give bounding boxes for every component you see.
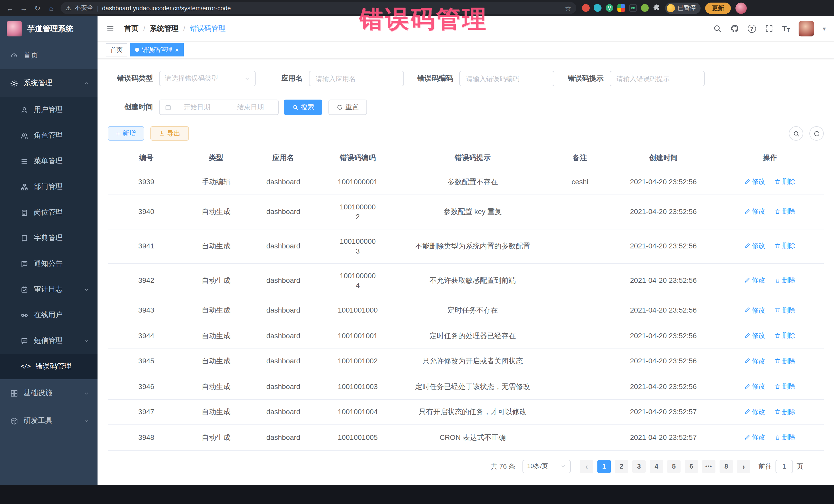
delete-link[interactable]: 删除 <box>774 305 795 315</box>
cell-id: 3947 <box>108 399 185 425</box>
cell-actions: 修改 删除 <box>716 229 824 263</box>
delete-link[interactable]: 删除 <box>774 407 795 416</box>
page-button-1[interactable]: 1 <box>597 460 611 473</box>
chevron-down-icon <box>84 418 89 424</box>
error-code-input[interactable] <box>459 71 554 86</box>
refresh-table-button[interactable] <box>809 126 824 140</box>
page-button-4[interactable]: 4 <box>650 460 663 473</box>
cell-app: dashboard <box>247 195 319 229</box>
edit-link[interactable]: 修改 <box>744 177 765 186</box>
export-button[interactable]: 导出 <box>150 126 189 140</box>
edit-link[interactable]: 修改 <box>744 241 765 251</box>
forward-icon[interactable]: → <box>19 4 28 12</box>
delete-link[interactable]: 删除 <box>774 432 795 442</box>
sidebar-item-home[interactable]: 首页 <box>0 42 97 69</box>
vue-devtools-icon[interactable]: V <box>606 4 613 12</box>
delete-link[interactable]: 删除 <box>774 206 795 216</box>
delete-link[interactable]: 删除 <box>774 356 795 366</box>
sidebar-item-system[interactable]: 系统管理 <box>0 69 97 97</box>
delete-link[interactable]: 删除 <box>774 275 795 285</box>
page-button-6[interactable]: 6 <box>685 460 698 473</box>
edit-link[interactable]: 修改 <box>744 356 765 366</box>
filter-label: 应用名 <box>281 74 303 83</box>
sidebar-item-dict[interactable]: 字典管理 <box>0 225 97 251</box>
help-icon[interactable]: ? <box>748 24 756 32</box>
edit-link[interactable]: 修改 <box>744 432 765 442</box>
sidebar-item-dept[interactable]: 部门管理 <box>0 174 97 200</box>
prev-page-button[interactable]: ‹ <box>580 460 593 473</box>
date-range-picker[interactable]: 开始日期 - 结束日期 <box>159 100 279 115</box>
edit-link[interactable]: 修改 <box>744 206 765 216</box>
home-icon[interactable]: ⌂ <box>47 4 56 12</box>
tab-error-code[interactable]: 错误码管理 × <box>130 43 183 57</box>
extension-grid-icon[interactable] <box>617 4 625 12</box>
caret-down-icon[interactable]: ▾ <box>823 25 826 32</box>
code-icon: </> <box>21 363 30 370</box>
edit-link[interactable]: 修改 <box>744 330 765 340</box>
sidebar-item-infra[interactable]: 基础设施 <box>0 379 97 407</box>
page-size-select[interactable]: 10条/页 <box>523 460 571 473</box>
next-page-button[interactable]: › <box>737 460 750 473</box>
page-button-8[interactable]: 8 <box>720 460 733 473</box>
edit-link[interactable]: 修改 <box>744 407 765 416</box>
extension-on-icon[interactable]: on <box>629 4 637 12</box>
bookmark-star-icon[interactable]: ☆ <box>565 4 571 12</box>
delete-link[interactable]: 删除 <box>774 330 795 340</box>
sidebar-item-online[interactable]: 在线用户 <box>0 302 97 328</box>
close-icon[interactable]: × <box>175 46 179 53</box>
toggle-search-button[interactable] <box>789 126 803 140</box>
error-type-select[interactable]: 请选择错误码类型 <box>159 71 256 86</box>
sidebar-item-post[interactable]: 岗位管理 <box>0 200 97 225</box>
delete-link[interactable]: 删除 <box>774 381 795 391</box>
sidebar-item-devtools[interactable]: 研发工具 <box>0 407 97 435</box>
back-icon[interactable]: ← <box>5 4 14 12</box>
breadcrumb-home[interactable]: 首页 <box>124 24 138 33</box>
sidebar-item-menu[interactable]: 菜单管理 <box>0 148 97 174</box>
address-bar[interactable]: ⚠ 不安全 | dashboard.yudao.iocoder.cn/syste… <box>61 2 576 14</box>
github-icon[interactable] <box>730 24 739 33</box>
update-button[interactable]: 更新 <box>705 2 731 14</box>
search-icon[interactable] <box>712 24 721 33</box>
reload-icon[interactable]: ↻ <box>33 4 42 12</box>
puzzle-icon[interactable] <box>653 4 660 12</box>
extension-teal-icon[interactable] <box>594 4 601 12</box>
delete-label: 删除 <box>782 356 795 366</box>
extension-green-icon[interactable] <box>641 4 649 12</box>
edit-link[interactable]: 修改 <box>744 381 765 391</box>
hamburger-icon[interactable] <box>106 24 115 32</box>
sidebar-label: 研发工具 <box>24 416 52 425</box>
more-pages-button[interactable]: ••• <box>702 460 716 473</box>
tab-home[interactable]: 首页 <box>106 43 127 57</box>
font-size-icon[interactable]: TT <box>782 24 790 33</box>
sidebar-item-sms[interactable]: 短信管理 <box>0 328 97 354</box>
sidebar-item-role[interactable]: 角色管理 <box>0 123 97 148</box>
sidebar-item-notice[interactable]: 通知公告 <box>0 251 97 277</box>
edit-link[interactable]: 修改 <box>744 305 765 315</box>
fullscreen-icon[interactable] <box>765 24 773 33</box>
page-button-2[interactable]: 2 <box>615 460 628 473</box>
extension-red-icon[interactable] <box>582 4 590 12</box>
page-button-3[interactable]: 3 <box>632 460 646 473</box>
reset-button[interactable]: 重置 <box>328 100 367 115</box>
page-button-5[interactable]: 5 <box>667 460 681 473</box>
add-button[interactable]: + 新增 <box>108 126 144 140</box>
breadcrumb-system[interactable]: 系统管理 <box>150 24 179 33</box>
search-button[interactable]: 搜索 <box>284 100 322 115</box>
edit-link[interactable]: 修改 <box>744 275 765 285</box>
browser-profile-avatar[interactable] <box>736 2 747 14</box>
paused-badge[interactable]: 已暂停 <box>665 2 701 14</box>
sidebar-item-errorcode[interactable]: </> 错误码管理 <box>0 354 97 379</box>
sidebar: 芋道管理系统 首页 系统管理 用户管理 角色管理 <box>0 16 97 485</box>
goto-page-input[interactable] <box>775 460 793 473</box>
address-divider: | <box>97 4 98 12</box>
cell-time: 2021-04-20 23:52:57 <box>611 399 716 425</box>
edit-label: 修改 <box>752 407 765 416</box>
edit-icon <box>744 277 750 283</box>
user-avatar[interactable] <box>798 21 814 36</box>
delete-link[interactable]: 删除 <box>774 241 795 251</box>
delete-link[interactable]: 删除 <box>774 177 795 186</box>
sidebar-item-audit[interactable]: 审计日志 <box>0 277 97 302</box>
sidebar-item-user[interactable]: 用户管理 <box>0 97 97 123</box>
app-name-input[interactable] <box>309 71 404 86</box>
error-hint-input[interactable] <box>610 71 705 86</box>
